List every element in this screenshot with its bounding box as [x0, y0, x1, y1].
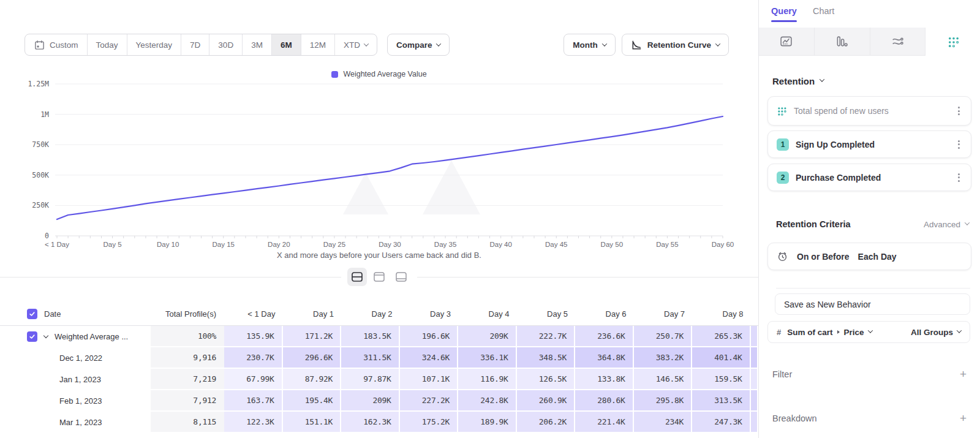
- retention-value-cell: 383.2K: [634, 347, 693, 369]
- table-header-row: DateTotal Profile(s)< 1 DayDay 1Day 2Day…: [0, 303, 758, 326]
- table-row[interactable]: Dec 1, 20229,916230.7K296.6K311.5K324.6K…: [0, 347, 758, 369]
- retention-value-cell: 227.2K: [400, 390, 459, 412]
- y-axis-tick-label: 0: [45, 232, 49, 240]
- chevron-down-icon: [820, 77, 824, 81]
- column-header-date: Date: [0, 303, 151, 325]
- view-toggle: [341, 266, 417, 287]
- kebab-menu-icon[interactable]: [956, 171, 962, 184]
- retention-value-cell: 97.87K: [341, 369, 400, 390]
- x-axis-caption: X and more days before your Users came b…: [0, 251, 758, 260]
- row-expand-chevron-icon[interactable]: [43, 333, 48, 338]
- step-card-2[interactable]: 2 Purchase Completed: [767, 164, 971, 191]
- save-as-new-behavior-button[interactable]: Save as New Behavior: [775, 293, 970, 315]
- retention-value-cell: 242.8K: [458, 390, 517, 412]
- behavior-name: Total spend of new users: [794, 106, 889, 116]
- step-card-1[interactable]: 1 Sign Up Completed: [767, 130, 971, 158]
- retention-value-cell: 313.5K: [692, 390, 751, 412]
- column-header: Total Profile(s): [151, 303, 224, 325]
- breakdown-section[interactable]: Breakdown +: [772, 412, 967, 425]
- row-label-cell: Weighted Average ...: [0, 326, 151, 347]
- criteria-timing[interactable]: On or Before: [797, 252, 850, 262]
- table-row[interactable]: Jan 1, 20237,21967.99K87.92K97.87K107.1K…: [0, 369, 758, 390]
- retention-value-cell-clipped: [751, 347, 759, 369]
- retention-chart[interactable]: 1.25M1M750K500K250K0< 1 DayDay 5Day 10Da…: [0, 0, 758, 277]
- sidebar-tabs: Query Chart: [771, 6, 834, 22]
- x-axis-tick-label: < 1 Day: [45, 241, 69, 248]
- view-toggle-table-only-icon[interactable]: [391, 268, 411, 286]
- x-axis-tick-label: Day 15: [213, 241, 235, 248]
- y-axis-tick-label: 1.25M: [28, 80, 49, 88]
- table-row[interactable]: Mar 1, 20238,115122.3K151.1K162.3K175.2K…: [0, 412, 758, 433]
- row-label-cell: Dec 1, 2022: [0, 347, 151, 369]
- retention-value-cell: 336.1K: [458, 347, 517, 369]
- row-checkbox[interactable]: [27, 331, 37, 342]
- retention-value-cell: 162.3K: [341, 412, 400, 433]
- retention-value-cell-clipped: [751, 369, 759, 390]
- x-axis-tick-label: Day 25: [323, 241, 345, 248]
- filter-label: Filter: [772, 369, 792, 379]
- behavior-card[interactable]: Total spend of new users: [767, 96, 971, 126]
- table-row[interactable]: Weighted Average ...100%135.9K171.2K183.…: [0, 326, 758, 347]
- step-label: Sign Up Completed: [796, 140, 875, 149]
- filter-section[interactable]: Filter +: [772, 368, 967, 381]
- x-axis-tick-label: Day 35: [434, 241, 456, 248]
- column-header: Day 1: [283, 303, 342, 325]
- x-axis-tick-label: Day 10: [157, 241, 179, 248]
- criteria-unit[interactable]: Each Day: [858, 252, 897, 262]
- view-toggle-split-icon[interactable]: [347, 268, 367, 286]
- x-axis-tick-label: Day 40: [489, 241, 511, 248]
- step-label: Purchase Completed: [796, 173, 881, 183]
- retention-value-cell: 209K: [458, 326, 517, 347]
- retention-value-cell: 107.1K: [400, 369, 459, 390]
- row-label-cell: Mar 1, 2023: [0, 412, 151, 433]
- total-profiles-cell: 8,115: [151, 412, 224, 433]
- criteria-mode-dropdown[interactable]: Advanced: [924, 220, 969, 229]
- measurement-property-dropdown[interactable]: Sum of cart Price: [787, 328, 872, 337]
- row-label: Mar 1, 2023: [59, 418, 102, 427]
- column-header: < 1 Day: [224, 303, 283, 325]
- retention-value-cell: 146.5K: [634, 369, 693, 390]
- retention-value-cell: 265.3K: [692, 326, 751, 347]
- row-label: Jan 1, 2023: [59, 375, 101, 384]
- retention-value-cell: 221.4K: [575, 412, 634, 433]
- retention-value-cell: 209K: [341, 390, 400, 412]
- retention-section-heading[interactable]: Retention: [772, 76, 824, 86]
- chevron-down-icon: [867, 328, 872, 333]
- table-row[interactable]: Feb 1, 20237,912163.7K195.4K209K227.2K24…: [0, 390, 758, 412]
- view-toggle-chart-only-icon[interactable]: [369, 268, 389, 286]
- report-main: Custom Today Yesterday 7D 30D 3M 6M 12M …: [0, 0, 758, 438]
- retention-value-cell: 295.8K: [634, 390, 693, 412]
- retention-table: DateTotal Profile(s)< 1 DayDay 1Day 2Day…: [0, 303, 758, 433]
- kebab-menu-icon[interactable]: [956, 104, 962, 118]
- y-axis-tick-label: 500K: [32, 171, 49, 179]
- tab-chart[interactable]: Chart: [813, 6, 834, 22]
- retention-curve-line: [57, 116, 723, 219]
- total-profiles-cell: 7,219: [151, 369, 224, 390]
- retention-value-cell: 230.7K: [224, 347, 283, 369]
- report-type-retention[interactable]: [925, 28, 980, 56]
- step-number-badge: 1: [777, 138, 789, 151]
- report-type-insights[interactable]: [759, 28, 815, 56]
- retention-value-cell: 183.5K: [341, 326, 400, 347]
- add-breakdown-icon[interactable]: +: [960, 412, 967, 425]
- retention-value-cell: 206.2K: [517, 412, 576, 433]
- column-header: Day 3: [400, 303, 459, 325]
- query-sidebar: Query Chart Retention: [758, 0, 980, 438]
- groups-dropdown[interactable]: All Groups: [911, 328, 961, 337]
- tab-query[interactable]: Query: [771, 6, 797, 22]
- x-axis-tick-label: Day 5: [104, 241, 122, 248]
- retention-value-cell-clipped: [751, 390, 759, 412]
- x-axis-tick-label: Day 50: [601, 241, 623, 248]
- report-type-flows[interactable]: [870, 28, 926, 56]
- kebab-menu-icon[interactable]: [956, 138, 962, 151]
- row-checkbox[interactable]: [27, 309, 37, 319]
- caret-right-icon: [837, 330, 840, 334]
- column-header: Day 2: [341, 303, 400, 325]
- retention-value-cell: 348.5K: [517, 347, 576, 369]
- retention-value-cell: 87.92K: [283, 369, 342, 390]
- report-type-funnels[interactable]: [815, 28, 870, 56]
- row-label-cell: Jan 1, 2023: [0, 369, 151, 390]
- add-filter-icon[interactable]: +: [960, 368, 967, 381]
- retention-value-cell: 234K: [634, 412, 693, 433]
- watermark-triangle: [423, 160, 480, 214]
